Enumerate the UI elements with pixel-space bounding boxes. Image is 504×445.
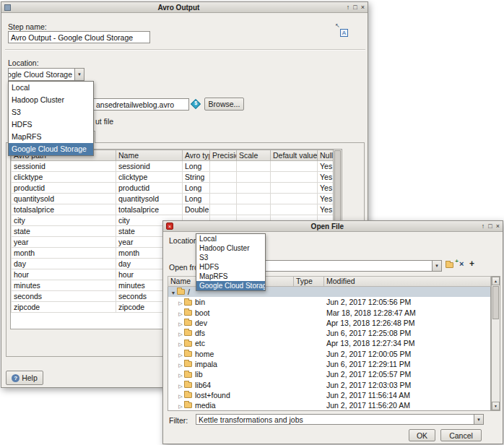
table-cell[interactable]: productid — [12, 183, 116, 194]
avro-titlebar[interactable]: Avro Output ↑ □ × — [1, 2, 368, 13]
location-option[interactable]: Local — [196, 234, 265, 243]
close-icon[interactable]: × — [361, 3, 365, 12]
table-cell[interactable]: sessionid — [12, 161, 116, 172]
file-table-scrollbar[interactable]: ▲ ▼ — [491, 276, 500, 411]
table-cell[interactable]: month — [12, 248, 116, 259]
column-header[interactable]: Type — [294, 277, 324, 286]
table-cell[interactable]: clicktype — [116, 172, 183, 183]
table-cell[interactable]: Double — [183, 204, 210, 215]
delete-icon[interactable]: × — [459, 259, 464, 268]
table-cell[interactable]: Yes — [318, 194, 334, 204]
column-header[interactable]: Default value — [271, 150, 318, 161]
table-cell[interactable] — [237, 161, 271, 172]
table-cell[interactable] — [237, 204, 271, 215]
table-row[interactable]: quantitysoldquantitysoldLongYes — [12, 194, 334, 204]
minimize-icon[interactable]: ↑ — [482, 222, 485, 231]
filter-dropdown[interactable]: Kettle transformations and jobs ▼ — [196, 414, 484, 425]
table-row[interactable]: clicktypeclicktypeStringYes — [12, 172, 334, 183]
table-cell[interactable]: Yes — [318, 183, 334, 194]
file-row[interactable]: ▷bootMar 18, 2018 12:28:47 AM — [168, 308, 490, 318]
location-option[interactable]: S3 — [9, 106, 93, 118]
file-row[interactable]: ▷libJun 2, 2017 12:05:57 PM — [168, 369, 490, 379]
table-row[interactable]: sessionidsessionidLongYes — [12, 161, 334, 172]
file-row[interactable]: ▷mediaJun 2, 2017 11:56:20 AM — [168, 400, 490, 410]
table-cell[interactable]: String — [183, 172, 210, 183]
cancel-button[interactable]: Cancel — [440, 429, 482, 441]
location-dropdown[interactable]: Google Cloud Storage ▼ — [8, 68, 84, 81]
table-cell[interactable] — [271, 183, 318, 194]
table-cell[interactable]: totalsalprice — [12, 204, 116, 215]
maximize-icon[interactable]: □ — [353, 3, 357, 12]
table-cell[interactable] — [271, 172, 318, 183]
table-cell[interactable]: Long — [183, 194, 210, 204]
step-name-input[interactable] — [8, 31, 150, 43]
open-file-titlebar[interactable]: × Open File ↑ □ × — [163, 221, 503, 232]
table-cell[interactable] — [237, 194, 271, 204]
table-cell[interactable] — [237, 172, 271, 183]
table-cell[interactable]: minutes — [12, 280, 116, 291]
help-button[interactable]: ? Help — [6, 371, 43, 385]
maximize-icon[interactable]: □ — [488, 222, 492, 231]
dropdown-arrow-icon[interactable]: ▼ — [474, 415, 483, 424]
table-cell[interactable]: clicktype — [12, 172, 116, 183]
scrollbar-thumb[interactable] — [492, 286, 499, 319]
table-cell[interactable]: zipcode — [12, 302, 116, 313]
column-header[interactable]: Scale — [237, 150, 271, 161]
location-option[interactable]: Local — [9, 82, 93, 94]
table-cell[interactable]: hour — [12, 269, 116, 280]
table-cell[interactable] — [271, 194, 318, 204]
table-cell[interactable]: quantitysold — [12, 194, 116, 204]
filename-input[interactable] — [93, 98, 189, 111]
column-header[interactable]: Modified — [324, 277, 490, 286]
file-row[interactable]: ▷homeJun 2, 2017 12:00:05 PM — [168, 349, 490, 359]
ok-button[interactable]: OK — [409, 429, 435, 441]
table-cell[interactable] — [210, 194, 237, 204]
table-cell[interactable]: day — [12, 259, 116, 269]
location-option[interactable]: MapRFS — [196, 272, 265, 281]
scroll-down-icon[interactable]: ▼ — [492, 402, 500, 410]
close-icon[interactable]: × — [496, 222, 500, 231]
file-row[interactable]: ▷lost+foundJun 2, 2017 11:56:14 AM — [168, 390, 490, 400]
column-header[interactable]: Null — [318, 150, 334, 161]
expander-closed-icon[interactable]: ▷ — [177, 402, 184, 411]
text-variable-icon[interactable]: ↖ A — [335, 24, 348, 37]
minimize-icon[interactable]: ↑ — [347, 3, 350, 12]
table-cell[interactable]: seconds — [12, 291, 116, 302]
table-cell[interactable]: Yes — [318, 172, 334, 183]
file-row[interactable]: ▷devApr 13, 2018 12:26:48 PM — [168, 318, 490, 328]
location-option[interactable]: Google Cloud Storage — [9, 143, 93, 155]
table-cell[interactable]: totalsalprice — [116, 204, 183, 215]
browse-button[interactable]: Browse... — [204, 98, 244, 111]
table-cell[interactable] — [210, 204, 237, 215]
table-cell[interactable]: year — [12, 237, 116, 248]
new-folder-icon[interactable]: + — [446, 261, 456, 269]
column-header[interactable]: Avro type — [183, 150, 210, 161]
table-cell[interactable] — [210, 161, 237, 172]
location-option[interactable]: S3 — [196, 253, 265, 262]
file-row[interactable]: ▷lib64Jun 2, 2017 12:03:03 PM — [168, 380, 490, 390]
table-cell[interactable]: Yes — [318, 204, 334, 215]
table-cell[interactable]: Long — [183, 183, 210, 194]
table-cell[interactable]: productid — [116, 183, 183, 194]
dropdown-arrow-icon[interactable]: ▼ — [432, 261, 441, 271]
location-option[interactable]: HDFS — [196, 262, 265, 272]
table-cell[interactable] — [210, 172, 237, 183]
file-row[interactable]: ▷dfsJun 6, 2017 12:25:08 PM — [168, 328, 490, 338]
file-row[interactable]: ▷etcApr 13, 2018 12:27:34 PM — [168, 338, 490, 348]
file-row[interactable]: ▷impalaJun 6, 2017 12:29:11 PM — [168, 359, 490, 369]
dropdown-arrow-icon[interactable]: ▼ — [74, 69, 84, 80]
table-cell[interactable]: state — [12, 226, 116, 237]
table-cell[interactable]: Yes — [318, 161, 334, 172]
location-option[interactable]: Google Cloud Storage — [196, 281, 265, 290]
table-cell[interactable]: city — [12, 215, 116, 226]
scroll-up-icon[interactable]: ▲ — [492, 277, 500, 285]
column-header[interactable]: Name — [116, 150, 183, 161]
table-cell[interactable] — [271, 161, 318, 172]
table-cell[interactable] — [237, 183, 271, 194]
location-option[interactable]: HDFS — [9, 118, 93, 131]
add-icon[interactable]: + — [469, 259, 474, 269]
location-option[interactable]: Hadoop Cluster — [196, 243, 265, 253]
table-cell[interactable]: Long — [183, 161, 210, 172]
table-cell[interactable] — [271, 204, 318, 215]
table-row[interactable]: productidproductidLongYes — [12, 183, 334, 194]
